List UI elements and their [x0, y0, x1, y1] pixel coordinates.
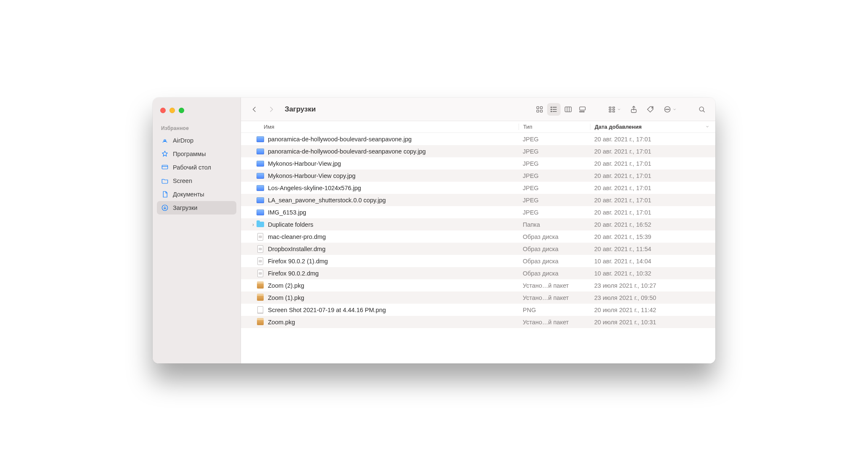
column-header-type[interactable]: Тип: [519, 124, 590, 130]
group-by-button[interactable]: [605, 103, 624, 116]
file-kind-icon: [256, 245, 265, 253]
file-row[interactable]: mac-cleaner-pro.dmgОбраз диска20 авг. 20…: [241, 231, 715, 243]
file-name: Mykonos-Harbour-View copy.jpg: [268, 172, 519, 179]
actions-button[interactable]: [661, 103, 679, 116]
file-name: Los-Angeles-skyline-1024x576.jpg: [268, 185, 519, 191]
file-type: Устано…й пакет: [519, 294, 590, 301]
main-area: Загрузки: [241, 98, 715, 363]
svg-rect-1: [162, 165, 168, 169]
share-button[interactable]: [627, 103, 640, 116]
document-icon: [161, 191, 169, 198]
file-date: 20 авг. 2021 г., 17:01: [590, 209, 711, 216]
sidebar-item-folder[interactable]: Screen: [157, 174, 236, 188]
view-list-button[interactable]: [547, 103, 561, 116]
file-row[interactable]: LA_sean_pavone_shutterstock.0.0 copy.jpg…: [241, 194, 715, 206]
file-list[interactable]: panoramica-de-hollywood-boulevard-seanpa…: [241, 133, 715, 363]
file-row[interactable]: Mykonos-Harbour-View copy.jpgJPEG20 авг.…: [241, 170, 715, 182]
svg-rect-20: [583, 111, 585, 112]
svg-rect-26: [613, 111, 615, 112]
window-controls: [153, 102, 241, 121]
file-date: 20 авг. 2021 г., 11:54: [590, 246, 711, 252]
fullscreen-window-button[interactable]: [179, 108, 184, 113]
file-date: 10 авг. 2021 г., 10:32: [590, 270, 711, 277]
sidebar-section-label: Избранное: [153, 121, 241, 134]
view-columns-button[interactable]: [561, 103, 575, 116]
file-kind-icon: [256, 208, 265, 217]
file-name: mac-cleaner-pro.dmg: [268, 233, 519, 240]
desktop-icon: [161, 164, 169, 171]
file-row[interactable]: Zoom (2).pkgУстано…й пакет23 июля 2021 г…: [241, 279, 715, 291]
sidebar-item-downloads[interactable]: Загрузки: [157, 201, 236, 215]
file-row[interactable]: Firefox 90.0.2.dmgОбраз диска10 авг. 202…: [241, 267, 715, 279]
file-kind-icon: [256, 233, 265, 241]
view-gallery-button[interactable]: [576, 103, 589, 116]
file-row[interactable]: Los-Angeles-skyline-1024x576.jpgJPEG20 а…: [241, 182, 715, 194]
forward-button[interactable]: [265, 103, 278, 116]
file-type: JPEG: [519, 209, 590, 216]
file-kind-icon: [256, 135, 265, 143]
disclosure-triangle-icon[interactable]: ›: [250, 222, 256, 228]
file-type: PNG: [519, 307, 590, 313]
file-type: Образ диска: [519, 246, 590, 252]
file-name: Zoom (1).pkg: [268, 294, 519, 301]
back-button[interactable]: [248, 103, 261, 116]
file-type: Устано…й пакет: [519, 319, 590, 326]
column-header-name[interactable]: Имя: [250, 124, 519, 130]
svg-point-30: [666, 109, 667, 110]
sidebar-item-airdrop[interactable]: AirDrop: [157, 134, 236, 147]
tags-button[interactable]: [644, 103, 657, 116]
sidebar: Избранное AirDropПрограммыРабочий столSc…: [153, 98, 241, 363]
search-button[interactable]: [695, 103, 709, 116]
svg-rect-21: [609, 107, 611, 108]
file-row[interactable]: panoramica-de-hollywood-boulevard-seanpa…: [241, 133, 715, 145]
file-row[interactable]: Zoom.pkgУстано…й пакет20 июля 2021 г., 1…: [241, 316, 715, 328]
finder-window: Избранное AirDropПрограммыРабочий столSc…: [153, 98, 715, 363]
file-row[interactable]: ›Duplicate foldersПапка20 авг. 2021 г., …: [241, 218, 715, 231]
file-type: Образ диска: [519, 270, 590, 277]
file-type: Образ диска: [519, 258, 590, 265]
sidebar-item-desktop[interactable]: Рабочий стол: [157, 161, 236, 174]
file-row[interactable]: Mykonos-Harbour-View.jpgJPEG20 авг. 2021…: [241, 157, 715, 170]
file-kind-icon: [256, 257, 265, 265]
svg-rect-7: [540, 110, 542, 112]
downloads-icon: [161, 204, 169, 212]
file-type: JPEG: [519, 172, 590, 179]
file-name: Firefox 90.0.2.dmg: [268, 270, 519, 277]
file-name: panoramica-de-hollywood-boulevard-seanpa…: [268, 148, 519, 155]
file-date: 10 авг. 2021 г., 14:04: [590, 258, 711, 265]
file-name: Duplicate folders: [268, 221, 519, 228]
svg-point-32: [669, 109, 670, 110]
svg-point-28: [652, 107, 653, 108]
column-header-date-label: Дата добавления: [595, 124, 642, 130]
sidebar-item-document[interactable]: Документы: [157, 188, 236, 201]
file-kind-icon: [256, 220, 265, 229]
file-kind-icon: [256, 172, 265, 180]
column-header-date[interactable]: Дата добавления: [590, 124, 711, 130]
file-row[interactable]: Zoom (1).pkgУстано…й пакет23 июля 2021 г…: [241, 291, 715, 304]
view-switcher: [533, 103, 589, 116]
svg-point-33: [699, 107, 704, 111]
sidebar-item-apps[interactable]: Программы: [157, 147, 236, 161]
file-row[interactable]: panoramica-de-hollywood-boulevard-seanpa…: [241, 145, 715, 157]
svg-rect-25: [613, 109, 615, 110]
minimize-window-button[interactable]: [169, 108, 175, 113]
file-type: JPEG: [519, 136, 590, 143]
file-name: DropboxInstaller.dmg: [268, 246, 519, 252]
file-kind-icon: [256, 318, 265, 326]
sidebar-item-label: Загрузки: [173, 204, 197, 211]
file-date: 20 авг. 2021 г., 17:01: [590, 197, 711, 204]
file-kind-icon: [256, 196, 265, 204]
file-type: JPEG: [519, 185, 590, 191]
close-window-button[interactable]: [160, 108, 166, 113]
sidebar-item-label: AirDrop: [173, 137, 193, 144]
file-row[interactable]: IMG_6153.jpgJPEG20 авг. 2021 г., 17:01: [241, 206, 715, 218]
file-row[interactable]: Firefox 90.0.2 (1).dmgОбраз диска10 авг.…: [241, 255, 715, 267]
view-icons-button[interactable]: [533, 103, 546, 116]
file-row[interactable]: Screen Shot 2021-07-19 at 4.44.16 PM.png…: [241, 304, 715, 316]
file-name: Zoom.pkg: [268, 319, 519, 326]
file-type: Папка: [519, 221, 590, 228]
file-row[interactable]: DropboxInstaller.dmgОбраз диска20 авг. 2…: [241, 243, 715, 255]
svg-rect-18: [580, 111, 581, 112]
columns-header: Имя Тип Дата добавления: [241, 121, 715, 133]
sidebar-item-label: Документы: [173, 191, 204, 198]
